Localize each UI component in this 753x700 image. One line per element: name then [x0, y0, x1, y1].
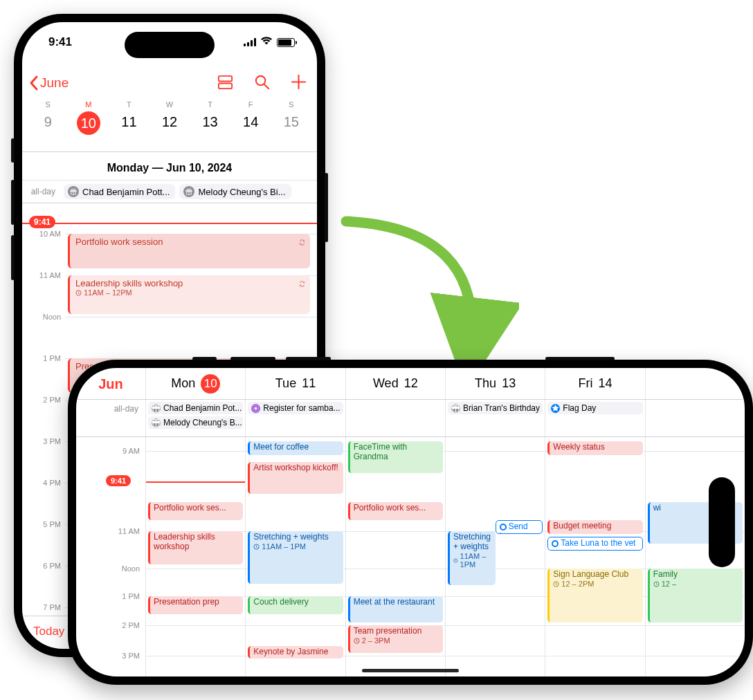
calendar-event[interactable]: Meet at the restaurant [348, 596, 443, 623]
home-indicator[interactable] [362, 669, 459, 672]
volume-down [11, 235, 15, 280]
dynamic-island [125, 32, 215, 58]
month-label[interactable]: Jun [76, 368, 145, 399]
volume-up [230, 357, 275, 360]
volume-up [11, 180, 15, 225]
calendar-event[interactable]: Portfolio work ses... [348, 502, 443, 520]
all-day-row: all-day Chad Benjamin Pott...Melody Cheu… [22, 180, 317, 203]
calendar-event[interactable]: FaceTime with Grandma [348, 441, 443, 473]
chevron-left-icon [28, 75, 40, 91]
day-column[interactable]: 9:41Portfolio work ses...Leadership skil… [145, 437, 245, 676]
week-header: S9M10T11W12T13F14S15 [22, 100, 317, 135]
calendar-event[interactable]: Meet for coffee [248, 441, 343, 455]
day-header[interactable]: Fri14 [545, 368, 644, 399]
time-column: 9 AM11 AMNoon1 PM2 PM3 PM [76, 437, 145, 676]
all-day-cell: Chad Benjamin Pot...Melody Cheung's B... [145, 400, 245, 436]
calendar-event[interactable]: Presentation prep [148, 596, 243, 614]
day-header[interactable] [645, 368, 745, 399]
svg-rect-1 [219, 83, 232, 89]
all-day-event[interactable]: Melody Cheung's B... [148, 416, 243, 429]
phone-landscape: Jun Mon10Tue11Wed12Thu13Fri14 all-day Ch… [68, 360, 753, 685]
week-day-9[interactable]: S9 [28, 100, 69, 135]
calendar-event[interactable]: Leadership skills workshop11AM – 12PM [68, 275, 310, 314]
calendar-event[interactable]: Couch delivery [248, 596, 343, 614]
all-day-cell [645, 400, 745, 436]
power-button [545, 357, 615, 360]
mute-switch [192, 357, 217, 360]
list-view-icon[interactable] [217, 73, 234, 93]
calendar-event[interactable]: Weekly status [547, 441, 642, 455]
day-header[interactable]: Wed12 [345, 368, 445, 399]
svg-rect-0 [219, 75, 232, 81]
cellular-icon [244, 38, 256, 46]
all-day-event[interactable]: Melody Cheung's Bi... [179, 184, 291, 199]
week-grid[interactable]: 9 AM11 AMNoon1 PM2 PM3 PM 9:41Portfolio … [76, 437, 745, 676]
calendar-event[interactable]: Keynote by Jasmine [248, 646, 343, 658]
calendar-event[interactable]: Stretching + weights11AM – 1PM [248, 531, 343, 584]
all-day-cell: Brian Tran's Birthday [445, 400, 545, 436]
repeat-icon [298, 238, 306, 248]
day-column[interactable]: Send b...Stretching + weights11AM – 1PM [445, 437, 545, 676]
repeat-icon [298, 279, 306, 290]
all-day-label: all-day [76, 400, 145, 436]
all-day-event[interactable]: Chad Benjamin Pott... [64, 184, 175, 199]
current-time-badge: 9:41 [106, 475, 131, 486]
week-day-12[interactable]: W12 [149, 100, 190, 135]
all-day-event[interactable]: Chad Benjamin Pot... [148, 402, 243, 414]
calendar-event[interactable]: Portfolio work ses... [148, 502, 243, 520]
calendar-event[interactable]: Sign Language Club12 – 2PM [547, 569, 642, 623]
calendar-event[interactable]: Portfolio work session [68, 234, 310, 268]
all-day-cell [345, 400, 445, 436]
week-day-10[interactable]: M10 [69, 100, 109, 135]
all-day-event[interactable]: Brian Tran's Birthday [448, 402, 543, 414]
calendar-event[interactable]: Leadership skills workshop [148, 531, 243, 564]
all-day-label: all-day [26, 187, 60, 196]
rotation-arrow-icon [325, 208, 519, 374]
current-time-line: 9:41 [22, 223, 317, 224]
week-day-14[interactable]: F14 [230, 100, 271, 135]
calendar-event[interactable]: Family12 – [648, 569, 743, 623]
week-header: Jun Mon10Tue11Wed12Thu13Fri14 [76, 368, 745, 400]
all-day-cell: Register for samba... [245, 400, 345, 436]
screen: Jun Mon10Tue11Wed12Thu13Fri14 all-day Ch… [76, 368, 745, 676]
all-day-row: all-day Chad Benjamin Pot...Melody Cheun… [76, 400, 745, 437]
all-day-event[interactable]: Register for samba... [248, 402, 343, 414]
current-time-badge: 9:41 [29, 216, 55, 228]
day-column[interactable]: Weekly statusBudget meetingTake Luna to … [545, 437, 644, 676]
search-icon[interactable] [253, 73, 271, 93]
dynamic-island [709, 477, 735, 567]
all-day-cell: Flag Day [545, 400, 644, 436]
day-column[interactable]: Meet for coffeeArtist workshop kickoff!S… [245, 437, 345, 676]
mute-switch [11, 138, 15, 163]
wifi-icon [260, 35, 273, 49]
week-day-11[interactable]: T11 [109, 100, 149, 135]
nav-bar: June [22, 71, 317, 95]
day-header[interactable]: Mon10 [145, 368, 245, 399]
svg-point-4 [254, 406, 258, 410]
status-time: 9:41 [48, 35, 72, 49]
day-header[interactable]: Thu13 [445, 368, 545, 399]
volume-down [286, 357, 331, 360]
calendar-event[interactable]: Stretching + weights11AM – 1PM [448, 531, 496, 585]
calendar-event[interactable]: Team presentation2 – 3PM [348, 625, 443, 653]
calendar-event[interactable]: Artist workshop kickoff! [248, 462, 343, 494]
calendar-event[interactable]: Budget meeting [547, 520, 642, 534]
calendar-event[interactable]: Send b... [496, 520, 543, 534]
week-day-15[interactable]: S15 [271, 100, 311, 135]
calendar-event[interactable]: Take Luna to the vet [547, 537, 642, 551]
day-column[interactable]: FaceTime with GrandmaPortfolio work ses.… [345, 437, 445, 676]
add-icon[interactable] [290, 73, 307, 93]
all-day-event[interactable]: Flag Day [547, 402, 642, 414]
battery-icon [277, 38, 295, 47]
back-label: June [40, 75, 69, 91]
date-title: Monday — Jun 10, 2024 [22, 151, 317, 181]
week-day-13[interactable]: T13 [190, 100, 230, 135]
back-button[interactable]: June [28, 75, 69, 91]
day-header[interactable]: Tue11 [245, 368, 345, 399]
